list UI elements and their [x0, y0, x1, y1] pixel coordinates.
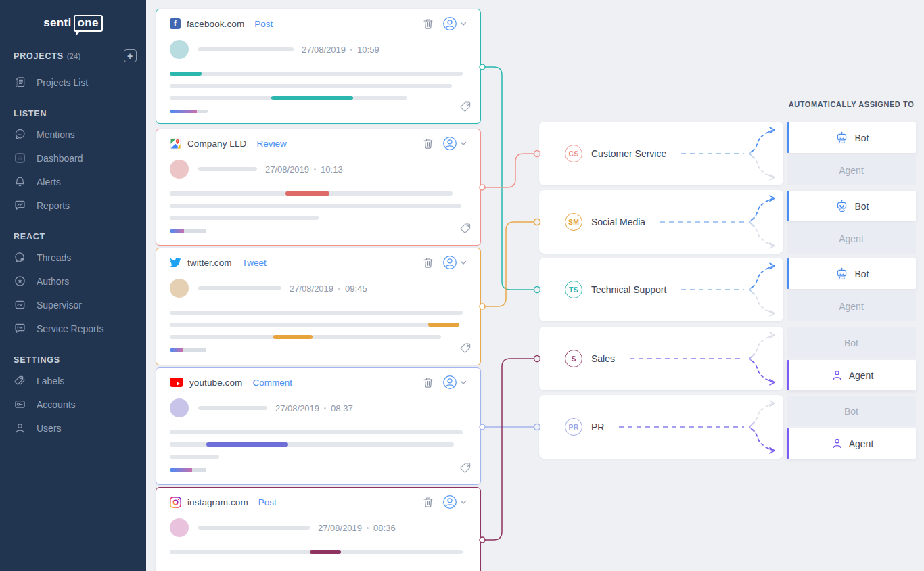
- chevron-down-icon: [460, 500, 467, 505]
- authors-star-icon: [14, 275, 26, 288]
- assigned-option-bot-active[interactable]: Bot: [787, 258, 916, 289]
- sidebar-item-alerts[interactable]: Alerts: [0, 170, 146, 193]
- avatar: [170, 518, 189, 537]
- avatar: [170, 398, 189, 417]
- author-name-placeholder: [198, 526, 310, 530]
- mention-card-youtube[interactable]: youtube.com Comment 27/08/201908:37: [156, 367, 481, 485]
- mention-source: youtube.com: [189, 378, 242, 388]
- category-row-customer-service[interactable]: CS Customer Service: [539, 122, 783, 185]
- assigned-option-label: Bot: [854, 133, 869, 143]
- category-badge: PR: [565, 418, 582, 436]
- category-label: PR: [591, 421, 604, 432]
- sidebar-item-label: Users: [37, 423, 62, 434]
- sidebar-item-accounts[interactable]: Accounts: [0, 392, 146, 416]
- mention-text-placeholder: [170, 191, 467, 220]
- mention-type-link[interactable]: Post: [258, 497, 277, 507]
- bot-icon: [835, 267, 848, 280]
- sidebar-item-reports[interactable]: Reports: [0, 193, 146, 217]
- user-icon: [14, 421, 26, 434]
- assigned-option-agent-active[interactable]: Agent: [787, 360, 916, 390]
- delete-icon[interactable]: [423, 18, 434, 30]
- bell-icon: [14, 175, 26, 188]
- tag-icon[interactable]: [459, 462, 471, 477]
- category-badge: S: [565, 350, 582, 367]
- sidebar-item-label: Accounts: [37, 399, 76, 410]
- category-row-technical-support[interactable]: TS Technical Support: [539, 258, 783, 321]
- assigned-option-agent-active[interactable]: Agent: [787, 428, 916, 459]
- assign-user-dropdown[interactable]: [442, 495, 467, 509]
- chevron-down-icon: [460, 260, 467, 265]
- delete-icon[interactable]: [423, 257, 434, 269]
- assign-user-dropdown[interactable]: [442, 16, 467, 31]
- section-header-listen: LISTEN: [0, 94, 146, 122]
- mention-source: twitter.com: [187, 258, 232, 268]
- mention-text-placeholder: [170, 550, 467, 554]
- chevron-down-icon: [460, 380, 467, 385]
- sidebar-item-users[interactable]: Users: [0, 416, 146, 440]
- assign-user-dropdown[interactable]: [442, 375, 467, 390]
- assignment-dashed-line: [630, 358, 744, 359]
- category-label: Customer Service: [591, 148, 666, 159]
- projects-header-row: PROJECTS (24) +: [0, 49, 146, 62]
- assignment-dashed-line: [681, 153, 744, 154]
- assigned-option-bot-inactive[interactable]: Bot: [787, 327, 916, 358]
- section-header-react: REACT: [0, 217, 146, 246]
- mention-datetime: 27/08/201908:36: [318, 523, 396, 533]
- mention-type-link[interactable]: Tweet: [242, 258, 267, 268]
- category-row-social-media[interactable]: SM Social Media: [539, 190, 783, 254]
- accounts-icon: [14, 398, 26, 411]
- mention-card-facebook[interactable]: f facebook.com Post 27/08/201910:59: [156, 9, 481, 124]
- assignment-fork-arrows: [745, 327, 782, 390]
- sidebar-item-service-reports[interactable]: Service Reports: [0, 317, 146, 340]
- sidebar-item-label: Mentions: [37, 129, 75, 140]
- mention-type-link[interactable]: Post: [254, 19, 273, 29]
- logo-text: senti: [43, 16, 71, 29]
- delete-icon[interactable]: [423, 497, 434, 508]
- mention-text-placeholder: [170, 72, 467, 100]
- avatar: [170, 279, 189, 298]
- google-maps-icon: [170, 138, 181, 150]
- add-project-button[interactable]: +: [124, 49, 137, 62]
- mention-type-link[interactable]: Review: [256, 139, 286, 149]
- category-badge: TS: [565, 281, 582, 298]
- sidebar-item-authors[interactable]: Authors: [0, 269, 146, 293]
- assign-user-dropdown[interactable]: [442, 255, 467, 270]
- sidebar-item-projects-list[interactable]: Projects List: [0, 70, 146, 94]
- assigned-column-header: AUTOMATICALLY ASSIGNED TO: [787, 100, 916, 108]
- assigned-option-bot-active[interactable]: Bot: [787, 122, 916, 153]
- projects-list-icon: [14, 76, 26, 89]
- category-row-sales[interactable]: S Sales: [539, 327, 783, 390]
- mention-type-link[interactable]: Comment: [252, 378, 292, 388]
- sidebar-item-mentions[interactable]: Mentions: [0, 122, 146, 146]
- mention-card-company[interactable]: Company LLD Review 27/08/201910:13: [156, 129, 481, 246]
- mention-card-twitter[interactable]: twitter.com Tweet 27/08/201909:45: [156, 248, 481, 365]
- assign-avatar-icon: [442, 375, 457, 390]
- mention-source: facebook.com: [187, 19, 244, 29]
- assigned-option-bot-active[interactable]: Bot: [787, 191, 916, 221]
- assigned-option-agent-inactive[interactable]: Agent: [787, 291, 916, 321]
- assigned-option-label: Bot: [844, 406, 858, 417]
- mention-card-instagram[interactable]: instagram.com Post 27/08/201908:36: [156, 487, 481, 571]
- tags-icon: [14, 374, 26, 387]
- assigned-option-agent-inactive[interactable]: Agent: [787, 223, 916, 254]
- assigned-option-agent-inactive[interactable]: Agent: [787, 155, 916, 185]
- assign-avatar-icon: [442, 16, 457, 31]
- sidebar-item-threads[interactable]: Threads: [0, 246, 146, 269]
- sidebar-item-supervisor[interactable]: Supervisor: [0, 293, 146, 317]
- tag-icon[interactable]: [459, 342, 471, 357]
- assigned-option-bot-inactive[interactable]: Bot: [787, 396, 916, 426]
- service-reports-icon: [14, 322, 26, 335]
- sidebar-item-label: Authors: [37, 276, 69, 287]
- assign-user-dropdown[interactable]: [442, 136, 467, 151]
- tag-icon[interactable]: [459, 223, 471, 237]
- category-row-pr[interactable]: PR PR: [539, 395, 783, 459]
- sidebar-item-dashboard[interactable]: Dashboard: [0, 146, 146, 170]
- author-name-placeholder: [198, 167, 257, 171]
- sentiment-bar: [170, 468, 208, 472]
- tag-icon[interactable]: [459, 101, 471, 116]
- sidebar-item-labels[interactable]: Labels: [0, 369, 146, 392]
- assignment-dashed-line: [619, 426, 744, 428]
- assigned-option-label: Bot: [844, 338, 858, 348]
- delete-icon[interactable]: [423, 138, 434, 150]
- delete-icon[interactable]: [423, 377, 434, 388]
